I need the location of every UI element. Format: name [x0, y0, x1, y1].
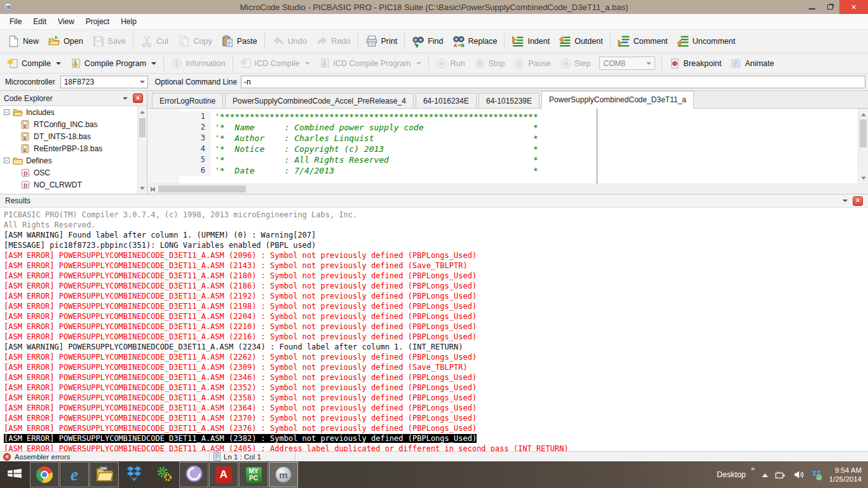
taskbar-clock[interactable]: 9:54 AM 1/25/2014 — [829, 466, 862, 484]
error-line[interactable]: [ASM ERROR] POWERSUPPLYCOMBINEDCODE_D3ET… — [0, 281, 868, 291]
battery-icon[interactable] — [775, 471, 787, 479]
animate-button[interactable]: Animate — [726, 56, 778, 71]
information-button[interactable]: Information — [166, 56, 230, 71]
com-port-select[interactable]: COM8 — [599, 57, 655, 70]
taskbar-file-explorer[interactable] — [90, 462, 119, 487]
error-line[interactable]: [ASM ERROR] POWERSUPPLYCOMBINEDCODE_D3ET… — [0, 444, 868, 451]
compile-program-button[interactable]: Compile Program — [65, 56, 161, 71]
error-line[interactable]: [ASM ERROR] POWERSUPPLYCOMBINEDCODE_D3ET… — [0, 372, 868, 383]
error-line[interactable]: [ASM ERROR] POWERSUPPLYCOMBINEDCODE_D3ET… — [0, 291, 868, 301]
pause-button[interactable]: Pause — [509, 56, 555, 71]
error-line[interactable]: [ASM ERROR] POWERSUPPLYCOMBINEDCODE_D3ET… — [0, 403, 868, 413]
output-line[interactable]: [ASM WARNING] POWERSUPPLYCOMBINEDCODE_D3… — [0, 342, 868, 352]
tray-expand-icon[interactable] — [762, 470, 768, 477]
minimize-button[interactable] — [803, 0, 821, 14]
collapse-expander-icon[interactable]: - — [4, 158, 10, 163]
output-line[interactable]: [ASM WARNING] Found label after column 1… — [0, 230, 868, 240]
icd-compile-button[interactable]: ICD Compile — [236, 56, 315, 71]
scroll-down-icon[interactable] — [858, 173, 868, 183]
tree-item-dt-ints-18-bas[interactable]: DT_INTS-18.bas — [0, 130, 147, 142]
print-button[interactable]: Print — [361, 33, 402, 50]
output-line[interactable]: PICBASIC PRO(TM) Compiler 3.0.7.4, (c) 1… — [0, 210, 868, 220]
open-button[interactable]: Open — [43, 33, 88, 50]
code-editor[interactable]: 1'**************************************… — [147, 109, 858, 184]
command-line-input[interactable] — [241, 76, 865, 88]
error-line[interactable]: [ASM ERROR] POWERSUPPLYCOMBINEDCODE_D3ET… — [0, 271, 868, 281]
editor-hscrollbar[interactable] — [147, 184, 868, 194]
outdent-button[interactable]: Outdent — [554, 33, 607, 50]
menu-view[interactable]: View — [52, 15, 80, 29]
chevron-down-icon[interactable] — [843, 200, 848, 205]
desktop-toolbar[interactable]: Desktop » — [717, 470, 755, 479]
breakpoint-button[interactable]: Breakpoint — [665, 56, 726, 71]
redo-button[interactable]: Redo — [311, 33, 355, 50]
chevron-down-icon[interactable] — [123, 97, 128, 102]
collapse-expander-icon[interactable]: - — [4, 109, 10, 115]
find-button[interactable]: Find — [407, 33, 447, 50]
error-line[interactable]: [ASM ERROR] POWERSUPPLYCOMBINEDCODE_D3ET… — [0, 311, 868, 322]
run-button[interactable]: Run — [431, 56, 470, 71]
error-line[interactable]: [ASM ERROR] POWERSUPPLYCOMBINEDCODE_D3ET… — [0, 301, 868, 311]
error-line[interactable]: [ASM ERROR] POWERSUPPLYCOMBINEDCODE_D3ET… — [0, 261, 868, 271]
tab-errorlogroutine[interactable]: ErrorLogRoutine — [152, 93, 223, 108]
scroll-down-icon[interactable] — [138, 184, 147, 193]
taskbar-chrome[interactable] — [30, 462, 59, 487]
menu-edit[interactable]: Edit — [27, 15, 52, 29]
comment-button[interactable]: Comment — [613, 33, 672, 50]
selected-error-line[interactable]: [ASM ERROR] POWERSUPPLYCOMBINEDCODE_D3ET… — [0, 433, 868, 444]
overflow-chevron-icon[interactable]: » — [751, 464, 755, 472]
dropbox-tray-icon[interactable] — [811, 470, 822, 480]
tab-powersupplycombinedcode-d3et11-a[interactable]: PowerSupplyCombinedCode_D3eT11_a — [541, 91, 694, 109]
menu-file[interactable]: File — [4, 15, 27, 29]
error-line[interactable]: [ASM ERROR] POWERSUPPLYCOMBINEDCODE_D3ET… — [0, 322, 868, 332]
editor-vscrollbar[interactable] — [858, 109, 868, 184]
start-button[interactable] — [0, 461, 29, 488]
cut-button[interactable]: Cut — [136, 33, 173, 50]
icd-compile-program-button[interactable]: ICD Compile Program — [315, 56, 426, 71]
taskbar-internet-explorer[interactable]: e — [60, 462, 89, 487]
close-results-button[interactable]: × — [853, 196, 863, 206]
chevron-down-icon[interactable] — [56, 62, 61, 67]
tree-item-no-clrwdt[interactable]: DNO_CLRWDT — [0, 179, 147, 191]
taskbar-mypc[interactable]: MY PC — [239, 462, 268, 487]
compile-button[interactable]: Compile — [3, 56, 65, 71]
microcontroller-select[interactable]: 18F8723 — [60, 76, 148, 88]
stop-button[interactable]: Stop — [470, 56, 510, 71]
scroll-right-icon[interactable] — [147, 184, 157, 194]
error-line[interactable]: [ASM ERROR] POWERSUPPLYCOMBINEDCODE_D3ET… — [0, 393, 868, 403]
error-line[interactable]: [ASM ERROR] POWERSUPPLYCOMBINEDCODE_D3ET… — [0, 332, 868, 342]
tree-item-includes[interactable]: -Includes — [0, 106, 147, 118]
paste-button[interactable]: Paste — [217, 33, 262, 50]
replace-button[interactable]: ABReplace — [448, 33, 502, 50]
new-button[interactable]: New — [3, 33, 43, 50]
undo-button[interactable]: Undo — [268, 33, 311, 50]
taskbar-dropbox[interactable] — [119, 462, 149, 487]
chevron-down-icon[interactable] — [305, 62, 310, 67]
scroll-thumb[interactable] — [139, 118, 146, 137]
copy-button[interactable]: Copy — [173, 33, 217, 50]
error-line[interactable]: [ASM ERROR] POWERSUPPLYCOMBINEDCODE_D3ET… — [0, 362, 868, 372]
error-line[interactable]: [ASM ERROR] POWERSUPPLYCOMBINEDCODE_D3ET… — [0, 423, 868, 433]
scroll-up-icon[interactable] — [138, 107, 147, 116]
output-line[interactable]: [MESSAGE] pic18f8723.pbpinc(351): LONG V… — [0, 240, 868, 250]
tree-item-osc[interactable]: DOSC — [0, 166, 147, 179]
step-button[interactable]: Step — [555, 56, 595, 71]
chevron-down-icon[interactable] — [151, 62, 156, 67]
scroll-up-icon[interactable] — [858, 109, 868, 119]
scroll-thumb[interactable] — [860, 119, 867, 147]
taskbar-acrobat[interactable]: A — [209, 462, 238, 487]
taskbar-bittorrent[interactable] — [179, 462, 208, 487]
taskbar-settings-gears[interactable] — [149, 462, 179, 487]
menu-help[interactable]: Help — [115, 15, 142, 29]
error-line[interactable]: [ASM ERROR] POWERSUPPLYCOMBINEDCODE_D3ET… — [0, 352, 868, 362]
error-line[interactable]: [ASM ERROR] POWERSUPPLYCOMBINEDCODE_D3ET… — [0, 250, 868, 261]
explorer-scrollbar[interactable] — [137, 106, 147, 194]
output-line[interactable]: All Rights Reserved. — [0, 220, 868, 230]
error-line[interactable]: [ASM ERROR] POWERSUPPLYCOMBINEDCODE_D3ET… — [0, 383, 868, 393]
close-button[interactable]: × — [839, 0, 868, 14]
close-panel-button[interactable]: × — [133, 93, 143, 103]
tree-item-defines[interactable]: -Defines — [0, 154, 147, 166]
tab-64-1016234e[interactable]: 64-1016234E — [416, 93, 477, 108]
error-line[interactable]: [ASM ERROR] POWERSUPPLYCOMBINEDCODE_D3ET… — [0, 413, 868, 423]
save-button[interactable]: Save — [88, 33, 131, 50]
